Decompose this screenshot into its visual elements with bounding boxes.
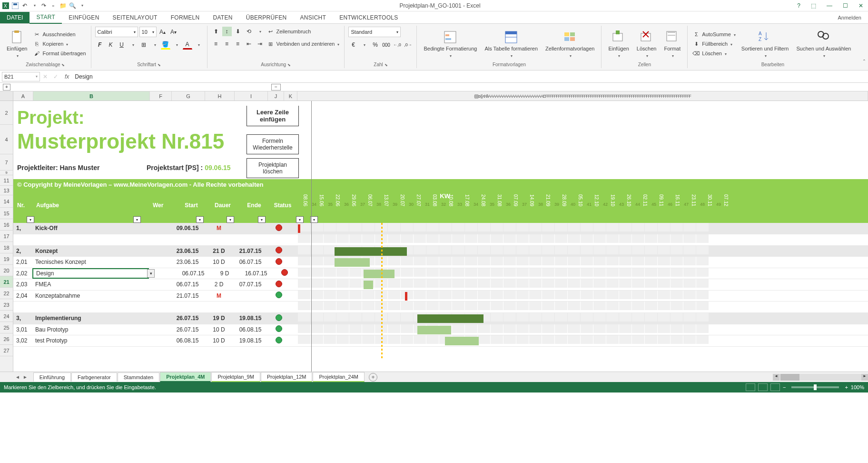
cancel-formula-icon[interactable]: ✕ [43,73,48,80]
sort-filter-button[interactable]: AZSortieren und Filtern [739,27,792,61]
row-header[interactable]: 2 [0,101,13,125]
row-header[interactable]: 24 [0,311,13,322]
task-row[interactable]: 2,02Design▾06.07.159 D16.07.15 [13,268,868,280]
save-icon[interactable] [11,2,19,10]
sheet-tab[interactable]: Farbgenerator [71,372,117,382]
col-header-j[interactable]: J [268,91,284,101]
zoom-slider[interactable] [791,386,839,388]
decrease-decimal-icon[interactable]: ,0→ [403,40,413,50]
col-header-g[interactable]: G [172,91,205,101]
increase-font-icon[interactable]: A▴ [158,27,168,37]
underline-button[interactable]: U [117,40,127,50]
row-header[interactable]: 19 [0,253,13,265]
clear-button[interactable]: ⌫Löschen [691,49,737,58]
filter-dropdown-icon[interactable]: ▾ [27,216,34,223]
tab-insert[interactable]: EINFÜGEN [62,12,106,23]
col-header-i[interactable]: I [235,91,268,101]
copy-button[interactable]: ⎘Kopieren [32,40,87,48]
name-box[interactable]: B21▾ [2,72,40,81]
row-header[interactable]: 20 [0,265,13,276]
col-header-a[interactable]: A [13,91,33,101]
cell-dropdown-icon[interactable]: ▾ [147,269,155,278]
zoom-level[interactable]: 100% [851,384,864,390]
minimize-icon[interactable]: — [824,2,835,9]
font-launcher-icon[interactable]: ⬊ [158,63,161,67]
font-color-button[interactable]: A [183,40,192,50]
font-color-dropdown[interactable] [194,40,203,50]
underline-dropdown[interactable] [128,40,138,50]
align-center-icon[interactable]: ≡ [222,39,232,49]
col-header-f[interactable]: F [150,91,172,101]
undo-dropdown-icon[interactable] [30,2,38,10]
col-header-h[interactable]: H [205,91,235,101]
number-format-select[interactable]: Standard▾ [348,27,401,37]
row-header[interactable]: 4 [0,125,13,154]
task-row[interactable]: 2,01Tecnisches Konzept23.06.1510 D06.07.… [13,257,868,268]
tab-start[interactable]: START [30,11,62,24]
decrease-indent-icon[interactable]: ⇤ [244,39,254,49]
paste-button[interactable]: Einfügen [4,27,30,61]
open-icon[interactable]: 📁 [59,2,67,10]
col-header-compact[interactable]: ((((ɒ((ʌN\\AAAAAAAAAAAAAAAAAAAAAAAEFFFFF… [297,91,868,101]
bold-button[interactable]: F [95,40,105,50]
task-row[interactable]: 2,Konzept23.06.1521 D21.07.15 [13,246,868,257]
format-cells-button[interactable]: Format [661,27,683,61]
cell-styles-button[interactable]: Zellenformatvorlagen [542,27,597,61]
tab-page-layout[interactable]: SEITENLAYOUT [106,12,164,23]
task-row[interactable]: 1,Kick-Off09.06.15M [13,223,868,234]
border-button[interactable]: ⊞ [139,40,148,50]
orientation-icon[interactable]: ⟲ [244,27,254,36]
number-launcher-icon[interactable]: ⬊ [385,63,388,67]
sheet-tab[interactable]: Projektplan_24M [313,372,365,382]
tab-review[interactable]: ÜBERPRÜFEN [239,12,294,23]
cells-area[interactable]: Projekt: Musterprojekt Nr.815 Projektlei… [13,101,868,372]
format-painter-button[interactable]: 🖌Format übertragen [32,49,87,58]
task-row[interactable]: 3,Implementierung26.07.1519 D19.08.15 [13,313,868,324]
redo-icon[interactable]: ↷ [40,2,48,10]
increase-decimal-icon[interactable]: ←,0 [392,40,402,50]
task-row[interactable] [13,234,868,246]
row-header[interactable]: 14 [0,195,13,208]
fx-icon[interactable]: fx [65,73,69,80]
row-header[interactable]: 9 [0,171,13,175]
sheet-tab[interactable]: Stammdaten [118,372,159,382]
maximize-icon[interactable]: ☐ [840,2,851,9]
row-header[interactable]: 15 [0,208,13,219]
merge-button[interactable]: ⊞Verbinden und zentrieren [266,40,341,48]
tab-formulas[interactable]: FORMELN [164,12,207,23]
zoom-in-icon[interactable]: + [845,384,848,390]
tab-file[interactable]: DATEI [0,12,30,23]
comma-format-icon[interactable]: 000 [381,40,391,50]
conditional-format-button[interactable]: Bedingte Formatierung [421,27,480,61]
undo-icon[interactable]: ↶ [21,2,29,10]
sheet-tab[interactable]: Projektplan_9M [211,372,260,382]
row-header[interactable]: 25 [0,322,13,333]
filter-dropdown-icon[interactable]: ▾ [133,216,141,223]
italic-button[interactable]: K [106,40,116,50]
close-icon[interactable]: ✕ [856,2,866,9]
new-icon[interactable]: ▫ [49,2,57,10]
select-all-corner[interactable] [0,91,13,101]
tab-view[interactable]: ANSICHT [293,12,333,23]
align-top-icon[interactable]: ⬆ [211,27,221,36]
row-header[interactable]: 16 [0,219,13,231]
restore-formulas-button[interactable]: Formeln Wiederherstelle [247,134,299,154]
task-row[interactable]: 2,03FMEA06.07.152 D07.07.15 [13,279,868,291]
row-header[interactable]: 7 [0,154,13,171]
filter-dropdown-icon[interactable]: ▾ [196,216,204,223]
tab-developer[interactable]: ENTWICKLERTOOLS [333,12,404,23]
font-name-select[interactable]: Calibri▾ [95,27,138,37]
sheet-tab[interactable]: Projektplan_12M [261,372,313,382]
align-left-icon[interactable]: ≡ [211,39,221,49]
sign-in-link[interactable]: Anmelden [831,12,868,23]
border-dropdown[interactable] [150,40,159,50]
ribbon-display-icon[interactable]: ⬚ [808,2,819,9]
help-icon[interactable]: ? [794,2,803,9]
fill-button[interactable]: ⬇Füllbereich [691,40,737,48]
autosum-button[interactable]: ΣAutoSumme [691,30,737,39]
task-row[interactable]: 3,02test Prototyp06.08.1510 D19.08.15 [13,335,868,347]
row-header[interactable]: 17 [0,231,13,242]
horizontal-scrollbar[interactable]: ◄ ► [773,374,868,381]
filter-dropdown-icon[interactable]: ▾ [258,216,266,223]
print-preview-icon[interactable]: 🔍 [69,2,76,10]
